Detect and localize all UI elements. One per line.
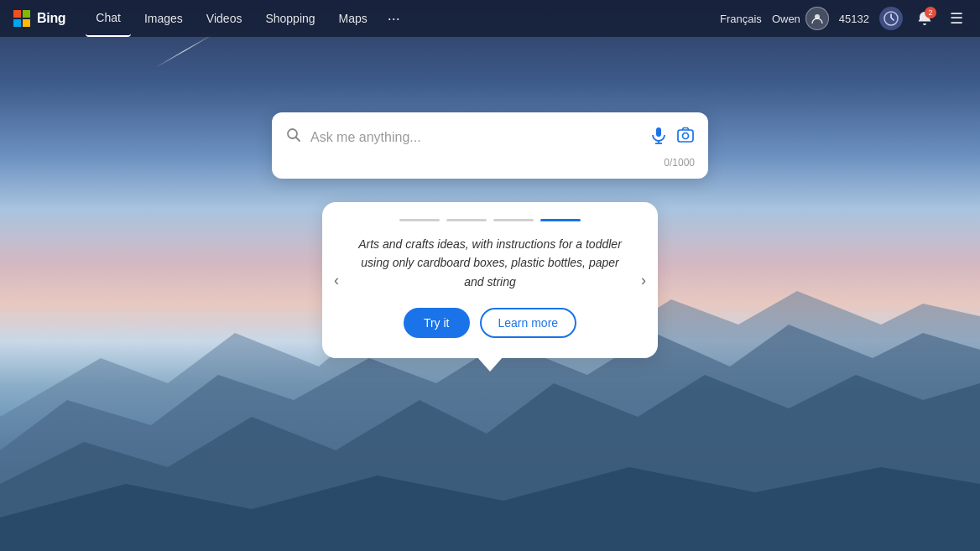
user-avatar (805, 7, 829, 30)
logo-quadrant-red (13, 10, 21, 18)
nav-right: Français Owen 45132 2 ☰ (720, 6, 967, 31)
bing-logo-text: Bing (37, 11, 65, 26)
prompt-actions: Try it Learn more (356, 308, 624, 338)
progress-dot-1 (399, 219, 440, 221)
nav-item-chat[interactable]: Chat (86, 0, 131, 37)
nav-item-shopping[interactable]: Shopping (255, 0, 325, 37)
language-selector[interactable]: Français (720, 13, 762, 25)
nav-links: Chat Images Videos Shopping Maps ··· (86, 0, 720, 37)
main-content: 0/1000 Arts and crafts ideas, with instr… (0, 37, 980, 551)
prompt-text: Arts and crafts ideas, with instructions… (356, 235, 624, 291)
visual-search-icon[interactable] (676, 126, 695, 148)
logo-quadrant-yellow (23, 19, 30, 27)
user-menu[interactable]: Owen (772, 7, 829, 30)
search-input-row (285, 126, 695, 148)
try-it-button[interactable]: Try it (404, 308, 470, 338)
logo-quadrant-blue (13, 19, 21, 27)
notification-badge: 2 (925, 7, 936, 18)
search-counter: 0/1000 (285, 157, 695, 169)
svg-rect-7 (656, 127, 661, 137)
hamburger-menu[interactable]: ☰ (946, 6, 967, 31)
prompt-card: Arts and crafts ideas, with instructions… (322, 202, 658, 358)
search-input[interactable] (310, 130, 641, 145)
notification-bell[interactable]: 2 (913, 7, 936, 30)
user-name: Owen (772, 13, 800, 25)
progress-indicators (356, 219, 624, 221)
rewards-icon[interactable] (879, 7, 903, 30)
microsoft-logo (13, 10, 30, 27)
logo-area: Bing (13, 10, 65, 27)
navbar: Bing Chat Images Videos Shopping Maps ··… (0, 0, 980, 37)
learn-more-button[interactable]: Learn more (480, 308, 577, 338)
next-prompt-arrow[interactable]: › (638, 268, 649, 293)
progress-dot-2 (446, 219, 487, 221)
search-box: 0/1000 (272, 112, 708, 179)
logo-quadrant-green (23, 10, 30, 18)
nav-item-maps[interactable]: Maps (329, 0, 378, 37)
nav-item-videos[interactable]: Videos (196, 0, 253, 37)
progress-dot-4 (540, 219, 581, 221)
search-icon (285, 127, 302, 148)
voice-search-icon[interactable] (649, 126, 668, 148)
prev-prompt-arrow[interactable]: ‹ (331, 268, 342, 293)
progress-dot-3 (493, 219, 534, 221)
svg-point-11 (683, 133, 689, 139)
svg-rect-10 (678, 130, 693, 142)
nav-more-button[interactable]: ··· (381, 0, 407, 37)
points-display: 45132 (839, 13, 869, 25)
nav-item-images[interactable]: Images (134, 0, 193, 37)
